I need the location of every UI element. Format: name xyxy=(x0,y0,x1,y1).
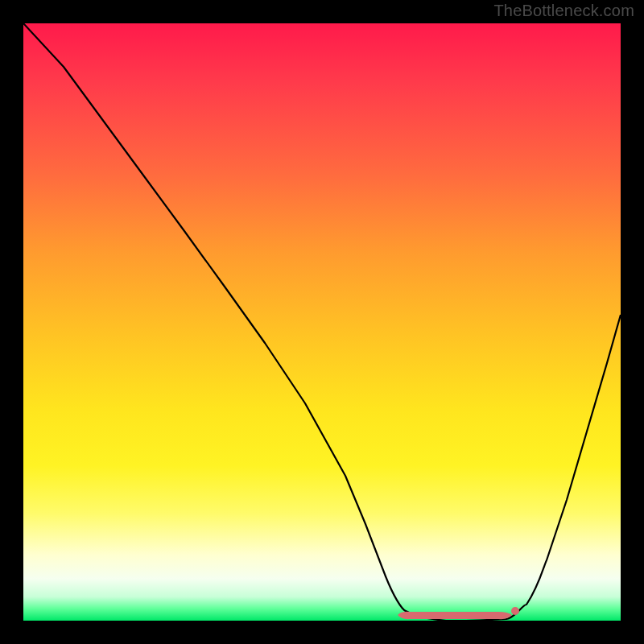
bottleneck-curve xyxy=(23,23,621,621)
bottleneck-minimum-band xyxy=(398,612,512,619)
plot-area xyxy=(23,23,621,621)
chart-frame: TheBottleneck.com xyxy=(0,0,644,644)
curve-layer xyxy=(23,23,621,621)
bottleneck-dot xyxy=(511,607,519,615)
watermark-text: TheBottleneck.com xyxy=(493,2,634,20)
